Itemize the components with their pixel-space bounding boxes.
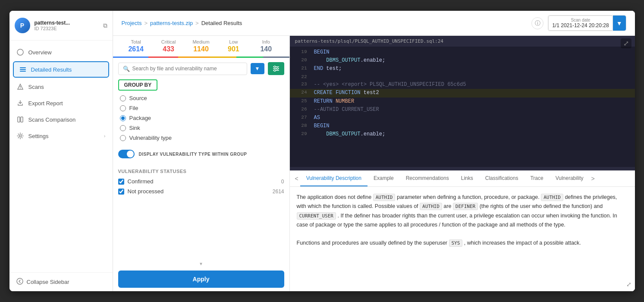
collapse-icon [16, 278, 23, 286]
tab-example[interactable]: Example [368, 171, 400, 186]
filter-settings-btn[interactable] [268, 62, 284, 75]
copy-icon[interactable]: ⧉ [103, 22, 107, 29]
chevron-right-icon: › [104, 133, 106, 138]
inline-code-current-user: CURRENT_USER [297, 212, 336, 220]
info-button[interactable]: ⓘ [531, 17, 543, 29]
horizontal-scrollbar[interactable] [290, 167, 635, 170]
code-line: 28 BEGIN [290, 122, 635, 130]
sidebar-header-text: patterns-test... ID 72323E [35, 20, 99, 31]
checkbox-not-processed[interactable]: Not processed 2614 [118, 188, 284, 195]
code-line: 22 [290, 73, 635, 81]
radio-package[interactable]: Package [120, 115, 284, 121]
sidebar-item-label: Detailed Results [31, 66, 72, 73]
code-line: 25 RETURN NUMBER [290, 98, 635, 106]
sidebar-item-overview[interactable]: Overview [9, 44, 113, 60]
stat-medium-label: Medium [185, 39, 217, 44]
tab-next-btn[interactable]: > [590, 172, 597, 186]
settings-icon [16, 132, 24, 140]
scan-date-dropdown-btn[interactable]: ▼ [613, 16, 626, 31]
tab-trace[interactable]: Trace [524, 171, 549, 186]
scans-icon [16, 83, 24, 91]
svg-point-15 [274, 69, 276, 71]
svg-rect-3 [20, 71, 26, 72]
stat-low-label: Low [217, 39, 250, 44]
sidebar-item-detailed-results[interactable]: Detailed Results [13, 61, 109, 78]
collapse-label: Collapse Sidebar [27, 279, 69, 285]
stat-low: Low 901 [217, 39, 250, 53]
apply-button[interactable]: Apply [118, 271, 284, 288]
code-line: 29 DBMS_OUTPUT.enable; [290, 130, 635, 138]
export-icon [16, 99, 24, 107]
checkbox-confirmed[interactable]: Confirmed 0 [118, 178, 284, 185]
tabs-header: < Vulnerability Description Example Reco… [290, 171, 635, 187]
radio-sink[interactable]: Sink [120, 125, 284, 131]
svg-point-9 [17, 278, 23, 284]
inline-code-sys: SYS [449, 239, 463, 247]
svg-point-8 [19, 135, 21, 137]
tab-prev-btn[interactable]: < [293, 172, 300, 186]
checkbox-confirmed-count: 0 [281, 179, 284, 185]
sidebar-header: P patterns-test... ID 72323E ⧉ [9, 11, 113, 41]
stat-info: Info 140 [250, 39, 282, 53]
code-line: 19 BEGIN [290, 48, 635, 57]
tab-links[interactable]: Links [455, 171, 479, 186]
tab-classifications[interactable]: Classifications [479, 171, 525, 186]
search-dropdown-btn[interactable]: ▼ [251, 63, 264, 74]
sidebar-item-scans[interactable]: Scans [9, 79, 113, 95]
overview-icon [16, 48, 24, 56]
scan-date-container: Scan date 1/1 2021-12-24 20:20:28 ▼ [548, 15, 626, 31]
scan-date-value: 1/1 2021-12-24 20:20:28 [552, 22, 609, 28]
svg-rect-6 [18, 117, 20, 122]
radio-vuln-type-label: Vulnerability type [129, 135, 172, 141]
code-line: 20 DBMS_OUTPUT.enable; [290, 57, 635, 65]
stat-critical-value: 433 [152, 45, 185, 53]
code-line: 27 AS [290, 114, 635, 122]
filter-panel: Total 2614 Critical 433 Medium 1140 Low … [113, 36, 290, 291]
code-content[interactable]: 19 BEGIN 20 DBMS_OUTPUT.enable; 21 END t… [290, 47, 635, 167]
vuln-desc-para2: Functions and procedures are usually def… [297, 239, 628, 248]
group-by-button[interactable]: GROUP BY [118, 79, 158, 91]
checkbox-confirmed-label: Confirmed [128, 178, 154, 185]
sidebar-item-settings[interactable]: Settings › [9, 128, 113, 144]
tab-recommendations[interactable]: Recommendations [400, 171, 455, 186]
code-file-path: patterns-tests/plsql/PLSQL_AUTHID_UNSPEC… [290, 36, 635, 47]
tabs-content[interactable]: The application does not define AUTHID p… [290, 187, 635, 291]
tab-vulnerability[interactable]: Vulnerability [550, 171, 590, 186]
display-vuln-type-toggle[interactable] [118, 150, 135, 158]
sidebar-item-label: Settings [28, 133, 49, 139]
stat-medium: Medium 1140 [185, 39, 217, 53]
code-expand-btn[interactable]: ⤢ [621, 38, 631, 48]
radio-source-label: Source [129, 95, 147, 101]
stat-total: Total 2614 [120, 39, 152, 53]
collapse-sidebar-btn[interactable]: Collapse Sidebar [9, 272, 113, 291]
sidebar-item-scans-comparison[interactable]: Scans Comparison [9, 111, 113, 128]
sidebar-item-label: Export Report [28, 100, 63, 107]
breadcrumb-file[interactable]: patterns-tests.zip [150, 20, 193, 26]
checkbox-not-processed-label: Not processed [128, 188, 164, 195]
tab-vulnerability-description[interactable]: Vulnerability Description [300, 171, 368, 186]
project-id: ID 72323E [35, 26, 99, 31]
radio-source[interactable]: Source [120, 95, 284, 101]
svg-point-13 [274, 66, 276, 68]
radio-file[interactable]: File [120, 105, 284, 111]
svg-point-0 [17, 49, 23, 55]
sidebar-item-label: Scans Comparison [28, 116, 76, 123]
stat-total-value: 2614 [120, 45, 152, 53]
info-icon: ⓘ [535, 19, 540, 27]
tabs-expand-btn[interactable]: ⤢ [626, 281, 631, 288]
search-input[interactable] [132, 66, 242, 72]
comparison-icon [16, 116, 24, 123]
right-panel: patterns-tests/plsql/PLSQL_AUTHID_UNSPEC… [290, 36, 635, 291]
stat-medium-value: 1140 [185, 45, 217, 53]
breadcrumb-projects[interactable]: Projects [122, 20, 142, 26]
group-by-section: GROUP BY Source File [118, 79, 284, 141]
radio-vulnerability-type[interactable]: Vulnerability type [120, 135, 284, 141]
stat-info-value: 140 [250, 45, 282, 53]
sidebar-item-export-report[interactable]: Export Report [9, 95, 113, 111]
vuln-statuses-title: VULNERABILITY STATUSES [118, 169, 284, 174]
breadcrumb-sep1: > [144, 20, 148, 26]
svg-point-5 [20, 88, 21, 89]
topbar-right: ⓘ Scan date 1/1 2021-12-24 20:20:28 ▼ [531, 15, 626, 31]
scan-date-box: Scan date 1/1 2021-12-24 20:20:28 [548, 16, 613, 31]
stat-critical-label: Critical [152, 39, 185, 44]
